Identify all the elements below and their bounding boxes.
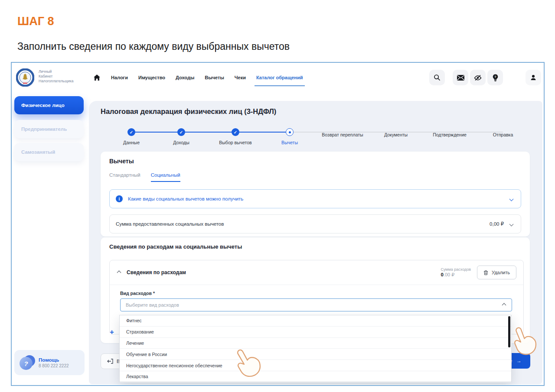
logout-icon [107,359,113,364]
deductions-card: Вычеты Стандартный Социальный i Какие ви… [101,152,530,236]
expense-type-dropdown: Фитнес Страхование Лечение Обучение в Ро… [119,315,512,382]
chevron-up-icon[interactable] [117,270,121,275]
header-icons: ? [429,70,541,85]
expense-sum-value: 0.00 ₽ [441,272,471,278]
provided-deductions-row[interactable]: Сумма предоставленных социальных вычетов… [109,214,521,233]
dropdown-option-insurance[interactable]: Страхование [120,327,511,338]
app-header: Личный Кабинет Налогоплательщика Налоги … [12,63,544,92]
info-icon: i [116,195,123,202]
step-deduction-choice[interactable]: ✓ Выбор вычетов [209,128,261,145]
help-phone: 8 800 222 2222 [39,363,69,368]
hand-cursor-icon [509,322,541,361]
tab-social[interactable]: Социальный [151,172,180,182]
trash-icon [483,270,488,275]
lightbulb-icon[interactable]: ? [487,70,503,85]
app-title: Личный Кабинет Налогоплательщика [39,69,73,84]
tab-standard[interactable]: Стандартный [109,172,140,182]
dropdown-option-education-russia[interactable]: Обучение в России [120,349,511,360]
provided-deductions-label: Сумма предоставленных социальных вычетов [116,221,224,227]
info-banner-text: Какие виды социальных вычетов можно полу… [128,196,243,201]
expense-sum-block: Сумма расходов 0.00 ₽ [441,267,471,278]
divider [110,285,523,285]
expense-type-label: Вид расходов * [120,291,155,296]
step-income[interactable]: ✓ Доходы [155,128,207,145]
sidebar-item-individual[interactable]: Физическое лицо [14,96,84,114]
expense-sum-label: Сумма расходов [441,267,471,272]
main-nav: Налоги Имущество Доходы Вычеты Чеки Ката… [93,63,303,92]
step-data[interactable]: ✓ Данные [105,128,157,145]
hand-cursor-icon [231,344,265,382]
eye-off-icon[interactable] [470,70,486,85]
sidebar-item-self-employed[interactable]: Самозанятый [14,143,84,161]
check-icon: ✓ [127,128,135,136]
info-banner[interactable]: i Какие виды социальных вычетов можно по… [109,189,521,208]
nav-item-receipts[interactable]: Чеки [235,75,246,80]
dropdown-option-pension[interactable]: Негосударственное пенсионное обеспечение [120,360,511,371]
page: ШАГ 8 Заполнить сведения по каждому виду… [0,0,555,392]
user-profile-icon[interactable] [526,70,541,85]
step-confirmation[interactable]: Подтверждение [424,128,476,137]
add-expense-link[interactable]: + [110,328,114,337]
sidebar-item-label: Предприниматель [21,126,67,132]
nav-item-requests-catalog[interactable]: Каталог обращений [256,75,303,80]
provided-deductions-value: 0,00 ₽ [490,221,504,227]
expense-accordion-header[interactable]: Сведения по расходам Сумма расходов 0.00… [110,260,523,285]
lesson-step-description: Заполнить сведения по каждому виду выбра… [17,41,290,52]
sidebar-item-entrepreneur[interactable]: Предприниматель [14,120,84,138]
deductions-title: Вычеты [109,158,134,165]
step-deductions-current[interactable]: Вычеты [264,128,316,145]
chevron-down-icon[interactable] [509,222,514,226]
lesson-step-title: ШАГ 8 [17,15,54,28]
step-documents[interactable]: Документы [370,128,422,137]
nav-item-taxes[interactable]: Налоги [111,75,128,80]
expenses-section-title: Сведения по расходам на социальные вычет… [109,243,242,250]
check-icon: ✓ [177,128,185,136]
check-icon: ✓ [232,128,239,136]
step-overpayment-refund[interactable]: Возврат переплаты [317,128,369,137]
sidebar-item-label: Самозанятый [21,149,55,155]
delete-button[interactable]: Удалить [477,266,516,279]
mail-icon[interactable] [453,70,468,85]
chevron-down-icon[interactable] [509,197,514,201]
question-icon: ? [20,355,34,370]
dropdown-option-fitness[interactable]: Фитнес [120,315,511,327]
dropdown-option-medicines[interactable]: Лекарства [120,371,511,382]
dropdown-option-treatment[interactable]: Лечение [120,338,511,349]
home-icon[interactable] [93,74,101,81]
svg-text:?: ? [494,75,496,78]
sidebar-item-label: Физическое лицо [21,103,65,108]
expense-type-select[interactable] [120,298,512,311]
chevron-up-icon[interactable] [502,303,506,307]
nav-item-deductions[interactable]: Вычеты [205,75,224,80]
nav-item-property[interactable]: Имущество [138,75,165,80]
deduction-tabs: Стандартный Социальный [109,172,180,182]
fns-logo-icon [16,68,34,87]
app-screenshot-frame: Личный Кабинет Налогоплательщика Налоги … [11,62,545,386]
page-title: Налоговая декларация физических лиц (3-Н… [101,107,276,116]
help-title: Помощь [39,357,69,363]
step-sending[interactable]: Отправка [477,128,529,137]
nav-item-income[interactable]: Доходы [176,75,194,80]
search-icon[interactable] [429,70,445,85]
expense-accordion-title: Сведения по расходам [127,269,186,275]
help-card[interactable]: ? Помощь 8 800 222 2222 [14,350,85,375]
current-step-icon [286,128,294,136]
expense-type-input[interactable] [121,302,503,308]
